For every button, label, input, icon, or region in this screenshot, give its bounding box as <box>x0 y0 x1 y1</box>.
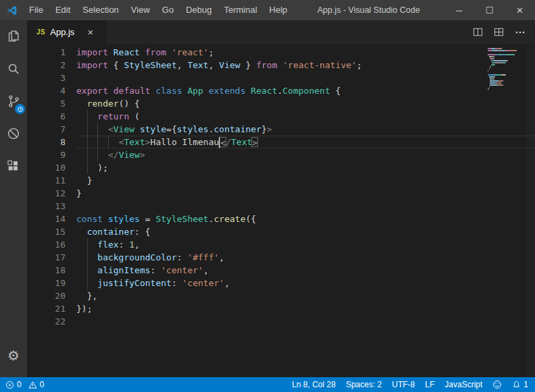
status-errors[interactable]: 0 <box>5 380 22 389</box>
more-actions-button[interactable] <box>515 27 526 38</box>
minimap-line <box>488 52 524 53</box>
line-number: 12 <box>27 187 76 200</box>
code-line-9[interactable]: 9 </View> <box>27 148 535 161</box>
minimap-line <box>488 66 524 67</box>
code-token: ; <box>357 60 362 70</box>
menu-debug[interactable]: Debug <box>180 0 218 20</box>
menu-terminal[interactable]: Terminal <box>218 0 263 20</box>
code-line-5[interactable]: 5 render() { <box>27 97 535 110</box>
status-notifications[interactable]: 1 <box>512 380 528 389</box>
code-token: . <box>209 214 214 224</box>
line-number: 8 <box>27 136 76 148</box>
code-token: export <box>76 86 113 96</box>
minimap-line <box>488 80 524 82</box>
status-language-mode[interactable]: JavaScript <box>444 380 482 389</box>
status-indentation[interactable]: Spaces: 2 <box>346 380 382 389</box>
line-number: 2 <box>27 59 76 72</box>
code-line-14[interactable]: 14const styles = StyleSheet.create({ <box>27 213 535 225</box>
code-text: container: { <box>76 225 535 238</box>
code-line-2[interactable]: 2import { StyleSheet, Text, View } from … <box>27 59 535 72</box>
split-editor-button[interactable] <box>473 27 483 37</box>
code-line-12[interactable]: 12} <box>27 187 535 200</box>
activity-search[interactable] <box>0 53 27 85</box>
code-line-6[interactable]: 6 return ( <box>27 110 535 123</box>
javascript-file-icon: JS <box>36 28 45 36</box>
close-tab-icon[interactable]: × <box>87 27 93 37</box>
indent-guide <box>76 251 87 264</box>
status-eol[interactable]: LF <box>425 380 434 389</box>
menu-go[interactable]: Go <box>156 0 180 20</box>
minimap-line <box>488 72 524 74</box>
code-token: import <box>76 60 113 70</box>
line-number: 20 <box>27 289 76 302</box>
code-token: class <box>155 86 187 96</box>
code-line-13[interactable]: 13 <box>27 200 535 213</box>
code-token: ( <box>129 111 140 121</box>
code-token: import <box>76 47 113 57</box>
code-line-1[interactable]: 1import React from 'react'; <box>27 46 535 59</box>
status-encoding-text: UTF-8 <box>392 380 415 389</box>
files-icon <box>6 29 21 44</box>
code-text: </View> <box>76 148 535 161</box>
status-cursor-position-text: Ln 8, Col 28 <box>292 380 336 389</box>
status-warnings[interactable]: 0 <box>28 380 45 389</box>
line-number: 11 <box>27 174 76 187</box>
status-eol-text: LF <box>425 380 434 389</box>
menu-help[interactable]: Help <box>263 0 294 20</box>
window-title: App.js - Visual Studio Code <box>293 5 444 15</box>
code-line-7[interactable]: 7 <View style={styles.container}> <box>27 123 535 136</box>
status-encoding[interactable]: UTF-8 <box>392 380 415 389</box>
code-line-11[interactable]: 11 } <box>27 174 535 187</box>
code-token: ({ <box>246 214 257 224</box>
indent-guide <box>76 136 87 148</box>
code-editor[interactable]: 1import React from 'react';2import { Sty… <box>27 44 535 377</box>
code-line-18[interactable]: 18 alignItems: 'center', <box>27 264 535 277</box>
toggle-editor-layout-button[interactable] <box>494 27 504 37</box>
indent-guide <box>87 123 98 136</box>
code-text <box>76 315 535 328</box>
code-line-19[interactable]: 19 justifyContent: 'center', <box>27 277 535 289</box>
code-line-17[interactable]: 17 backgroundColor: '#fff', <box>27 251 535 264</box>
code-line-4[interactable]: 4export default class App extends React.… <box>27 84 535 97</box>
menu-view[interactable]: View <box>125 0 156 20</box>
minimap[interactable] <box>488 48 524 92</box>
search-icon <box>6 61 21 76</box>
line-number: 14 <box>27 213 76 225</box>
status-cursor-position[interactable]: Ln 8, Col 28 <box>292 380 336 389</box>
code-line-20[interactable]: 20 }, <box>27 289 535 302</box>
activity-extensions[interactable] <box>0 150 27 182</box>
code-line-21[interactable]: 21}); <box>27 302 535 315</box>
code-line-10[interactable]: 10 ); <box>27 161 535 174</box>
code-token: container <box>214 124 261 134</box>
manage-button[interactable]: ⚙ <box>0 339 27 372</box>
vertical-scrollbar[interactable] <box>527 44 535 377</box>
code-text: ); <box>76 161 535 174</box>
status-bar-left: 00 <box>5 380 44 389</box>
activity-source-control[interactable] <box>0 85 27 117</box>
menu-file[interactable]: File <box>23 0 49 20</box>
maximize-button[interactable]: ☐ <box>474 0 505 20</box>
activity-explorer[interactable] <box>0 20 27 53</box>
tab-appjs[interactable]: JS App.js × <box>27 20 107 44</box>
activity-bar: ⚙ <box>0 20 27 377</box>
tab-label: App.js <box>50 27 74 37</box>
status-feedback[interactable] <box>492 380 502 389</box>
code-token: container <box>87 227 134 237</box>
menu-selection[interactable]: Selection <box>76 0 124 20</box>
code-token: Text <box>187 60 208 70</box>
bell-icon <box>512 381 521 389</box>
minimap-line <box>488 86 524 88</box>
code-line-22[interactable]: 22 <box>27 315 535 328</box>
menu-edit[interactable]: Edit <box>49 0 76 20</box>
code-token: return <box>97 111 129 121</box>
minimize-button[interactable]: ─ <box>444 0 474 20</box>
code-line-8[interactable]: 8 <Text>Hallo Ilmenau</Text> <box>27 136 535 148</box>
activity-debug[interactable] <box>0 117 27 150</box>
code-line-3[interactable]: 3 <box>27 72 535 84</box>
code-token <box>134 124 140 134</box>
code-line-15[interactable]: 15 container: { <box>27 225 535 238</box>
close-button[interactable]: ✕ <box>505 0 535 20</box>
code-line-16[interactable]: 16 flex: 1, <box>27 238 535 251</box>
code-token: } <box>87 175 93 186</box>
editor-group: JS App.js × 1import React from 'react';2… <box>27 20 535 377</box>
